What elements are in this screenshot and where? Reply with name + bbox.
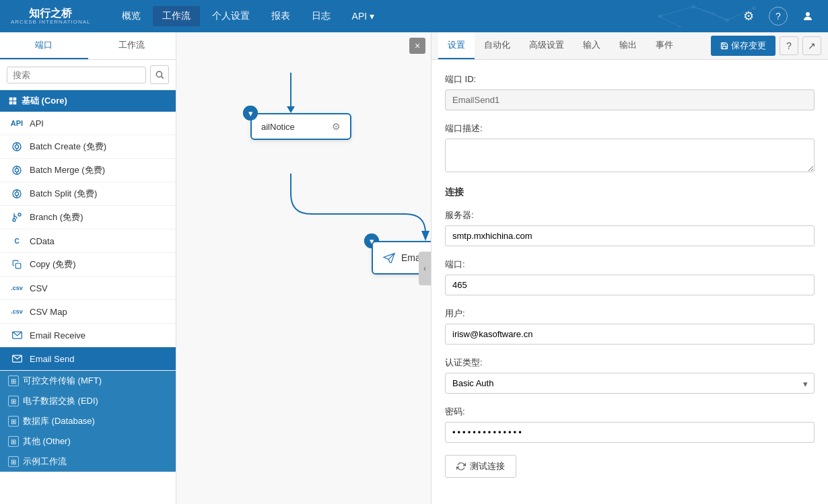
sidebar-item-label: Email Receive: [30, 330, 85, 340]
sidebar-item-label: Email Send: [30, 354, 74, 364]
sidebar-cat-database[interactable]: ⊞ 数据库 (Database): [0, 411, 176, 431]
svg-rect-16: [13, 98, 17, 101]
test-conn-group: 测试连接: [445, 455, 815, 478]
sidebar-item-email-receive[interactable]: Email Receive: [0, 324, 176, 347]
sidebar-item-label: CSV: [30, 283, 48, 293]
batch-merge-icon: [11, 164, 23, 176]
sidebar-item-label: Batch Split (免费): [30, 188, 97, 200]
tab-settings[interactable]: 设置: [438, 32, 475, 59]
password-label: 密码:: [445, 406, 815, 418]
right-panel: 设置 自动化 高级设置 输入 输出 事件 保存变更 ? ↗ 端口 ID:: [431, 32, 828, 504]
connection-title: 连接: [445, 186, 815, 199]
sidebar-cat-mft[interactable]: ⊞ 可控文件传输 (MFT): [0, 371, 176, 391]
server-input[interactable]: [445, 225, 815, 246]
sidebar-item-label: Copy (免费): [30, 258, 76, 271]
tab-output[interactable]: 输出: [610, 32, 646, 59]
svg-point-24: [15, 168, 18, 172]
sidebar-cat-other[interactable]: ⊞ 其他 (Other): [0, 431, 176, 452]
cat-examples-icon: ⊞: [8, 456, 19, 467]
port-desc-textarea[interactable]: [445, 139, 815, 172]
cat-mft-icon: ⊞: [8, 375, 19, 386]
nav-item-settings[interactable]: 个人设置: [203, 6, 259, 26]
port-number-group: 端口:: [445, 258, 815, 295]
tab-automation[interactable]: 自动化: [475, 32, 520, 59]
csv-map-icon: .csv: [11, 305, 23, 318]
sidebar-item-label: Branch (免费): [30, 211, 83, 223]
port-id-input[interactable]: [445, 89, 815, 110]
svg-point-33: [18, 213, 21, 216]
help-icon-btn[interactable]: ?: [769, 7, 788, 26]
auth-select[interactable]: Basic Auth OAuth2 None: [445, 373, 815, 394]
password-input[interactable]: [445, 422, 815, 443]
sidebar-item-email-send[interactable]: Email Send: [0, 347, 176, 371]
search-button[interactable]: [150, 65, 169, 84]
close-canvas-button[interactable]: ×: [409, 38, 425, 54]
refresh-icon: [456, 462, 466, 471]
auth-group: 认证类型: Basic Auth OAuth2 None: [445, 357, 815, 394]
tab-port[interactable]: 端口: [0, 32, 88, 59]
cat-db-icon: ⊞: [8, 416, 19, 427]
sidebar-item-batch-merge[interactable]: Batch Merge (免费): [0, 159, 176, 182]
sidebar-item-batch-create[interactable]: Batch Create (免费): [0, 135, 176, 159]
batch-split-icon: [11, 188, 23, 200]
svg-rect-17: [9, 102, 13, 105]
save-button[interactable]: 保存变更: [711, 36, 775, 56]
node1-label: ailNotice: [261, 122, 295, 132]
tab-workflow[interactable]: 工作流: [88, 32, 176, 59]
email-send-icon: [11, 353, 23, 365]
sidebar-item-csv[interactable]: .csv CSV: [0, 277, 176, 300]
cat-edi-label: 电子数据交换 (EDI): [23, 395, 98, 407]
nav-item-reports[interactable]: 报表: [262, 6, 300, 26]
sidebar: 端口 工作流 基础 (Core) API API: [0, 32, 176, 504]
sidebar-item-branch[interactable]: Branch (免费): [0, 206, 176, 229]
svg-point-13: [156, 71, 162, 77]
sidebar-item-label: CData: [30, 236, 55, 246]
nav-item-overview[interactable]: 概览: [112, 6, 150, 26]
user-icon-btn[interactable]: [798, 7, 817, 26]
tab-events[interactable]: 事件: [646, 32, 683, 59]
user-input[interactable]: [445, 324, 815, 345]
csv-icon: .csv: [11, 282, 23, 294]
nav-item-logs[interactable]: 日志: [302, 6, 340, 26]
port-number-input[interactable]: [445, 275, 815, 295]
port-desc-label: 端口描述:: [445, 122, 815, 135]
collapse-sidebar-button[interactable]: ‹: [419, 252, 431, 285]
port-id-label: 端口 ID:: [445, 73, 815, 85]
nav-item-workflow[interactable]: 工作流: [153, 6, 200, 26]
logo[interactable]: 知行之桥 ARCESB INTERNATIONAL: [11, 7, 91, 26]
sidebar-item-label: Batch Create (免费): [30, 141, 106, 153]
sidebar-section-core: 基础 (Core): [0, 90, 176, 112]
sidebar-cat-edi[interactable]: ⊞ 电子数据交换 (EDI): [0, 391, 176, 411]
svg-point-12: [806, 12, 810, 16]
cat-examples-label: 示例工作流: [23, 456, 67, 468]
external-link-button[interactable]: ↗: [802, 36, 821, 55]
nav-item-api[interactable]: API ▾: [343, 7, 384, 26]
tab-input[interactable]: 输入: [574, 32, 610, 59]
sidebar-item-copy[interactable]: Copy (免费): [0, 253, 176, 277]
copy-icon: [11, 258, 23, 271]
sidebar-item-csv-map[interactable]: .csv CSV Map: [0, 300, 176, 324]
logo-sub: ARCESB INTERNATIONAL: [11, 19, 91, 25]
svg-marker-39: [287, 106, 295, 113]
port-id-group: 端口 ID:: [445, 73, 815, 110]
gear-icon-btn[interactable]: ⚙: [739, 7, 758, 26]
node1-settings-button[interactable]: ⚙: [332, 121, 341, 132]
password-group: 密码:: [445, 406, 815, 443]
search-input[interactable]: [7, 67, 146, 83]
sidebar-cat-examples[interactable]: ⊞ 示例工作流: [0, 452, 176, 472]
sidebar-item-api[interactable]: API API: [0, 112, 176, 135]
svg-line-14: [162, 77, 164, 79]
tab-advanced[interactable]: 高级设置: [520, 32, 574, 59]
auth-label: 认证类型:: [445, 357, 815, 369]
sidebar-item-cdata[interactable]: C CData: [0, 229, 176, 253]
nav-right: ⚙ ?: [739, 7, 817, 26]
help-panel-button[interactable]: ?: [780, 36, 798, 55]
email-send-node-icon: [382, 252, 396, 263]
sidebar-item-batch-split[interactable]: Batch Split (免费): [0, 182, 176, 206]
main-layout: 端口 工作流 基础 (Core) API API: [0, 32, 828, 504]
server-label: 服务器:: [445, 209, 815, 221]
sidebar-item-label: CSV Map: [30, 307, 67, 317]
auth-select-wrapper: Basic Auth OAuth2 None: [445, 373, 815, 394]
test-connection-button[interactable]: 测试连接: [445, 455, 516, 478]
logo-main: 知行之桥: [29, 7, 72, 20]
